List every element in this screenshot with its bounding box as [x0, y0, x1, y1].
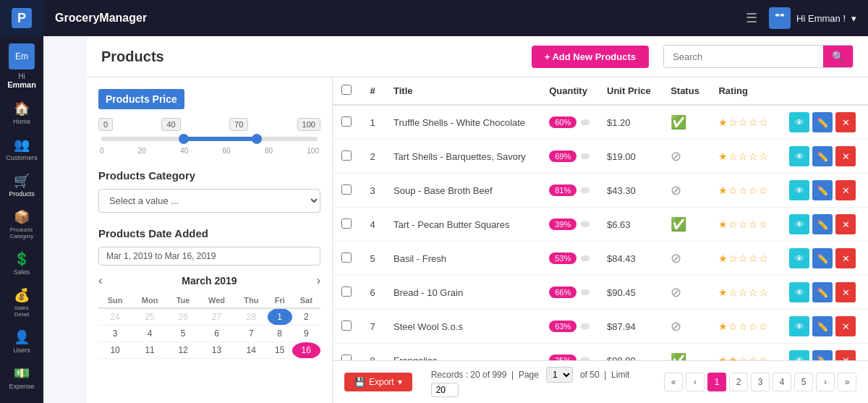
- edit-button[interactable]: ✏️: [812, 316, 833, 336]
- calendar-day[interactable]: 16: [292, 342, 320, 359]
- pagination-prev[interactable]: ‹: [686, 373, 705, 391]
- view-button[interactable]: 👁: [789, 146, 809, 166]
- calendar-day[interactable]: 9: [292, 326, 320, 342]
- calendar-day[interactable]: 4: [132, 326, 168, 342]
- sidebar-item-customers[interactable]: 👥 Customers: [0, 131, 43, 167]
- edit-button[interactable]: ✏️: [812, 180, 833, 200]
- calendar-day[interactable]: 28: [235, 308, 268, 326]
- row-checkbox[interactable]: [341, 219, 352, 229]
- search-input[interactable]: [664, 46, 823, 67]
- edit-button[interactable]: ✏️: [812, 282, 833, 302]
- row-actions: 👁 ✏️ ✕: [780, 242, 868, 276]
- row-checkbox[interactable]: [341, 355, 352, 361]
- delete-button[interactable]: ✕: [835, 282, 856, 302]
- calendar-day[interactable]: 8: [268, 326, 292, 342]
- delete-button[interactable]: ✕: [835, 214, 856, 234]
- category-select[interactable]: Select a value ...: [98, 189, 320, 213]
- row-checkbox[interactable]: [341, 321, 352, 331]
- sidebar-item-products[interactable]: 🛒 Products: [0, 167, 43, 203]
- sidebar-item-sales-detail[interactable]: 💰 SalesDetail: [0, 281, 43, 323]
- pagination-2[interactable]: 2: [729, 373, 748, 391]
- calendar-day[interactable]: 10: [98, 342, 132, 359]
- avatar: Em: [9, 43, 35, 69]
- edit-button[interactable]: ✏️: [812, 350, 833, 360]
- row-checkbox[interactable]: [341, 184, 352, 195]
- row-checkbox[interactable]: [341, 253, 352, 263]
- row-checkbox[interactable]: [341, 287, 352, 297]
- sales-icon: 💲: [14, 251, 30, 267]
- calendar-day[interactable]: 3: [98, 326, 132, 342]
- delete-button[interactable]: ✕: [835, 316, 856, 336]
- slider-ticks: 0 20 40 60 80 100: [98, 147, 320, 155]
- col-checkbox: [333, 77, 362, 105]
- view-button[interactable]: 👁: [789, 112, 809, 132]
- limit-input[interactable]: [431, 383, 459, 397]
- row-checkbox[interactable]: [341, 116, 352, 127]
- calendar-day[interactable]: 24: [98, 308, 132, 326]
- category-title: Products Category: [98, 169, 320, 182]
- edit-button[interactable]: ✏️: [812, 112, 833, 132]
- table-row: 1Truffle Shells - White Chocolate60%$1.2…: [333, 105, 868, 140]
- calendar-day[interactable]: 15: [268, 342, 292, 359]
- sidebar-item-home[interactable]: 🏠 Home: [0, 95, 43, 131]
- sidebar-item-users[interactable]: 👤 Users: [0, 323, 43, 360]
- col-rating: Rating: [710, 77, 780, 105]
- view-button[interactable]: 👁: [789, 350, 809, 360]
- page-select[interactable]: 1: [546, 367, 573, 383]
- sidebar-item-expense[interactable]: 💵 Expense: [0, 360, 43, 396]
- sidebar-item-sales[interactable]: 💲 Sales: [0, 245, 43, 281]
- main-content: GroceryManager ☰ Hi Emman ! ▾ Products +…: [87, 36, 868, 403]
- view-button[interactable]: 👁: [789, 248, 809, 268]
- delete-button[interactable]: ✕: [835, 146, 856, 166]
- pagination-3[interactable]: 3: [751, 373, 770, 391]
- qty-bar-bg: [581, 221, 590, 227]
- col-unit-price: Unit Price: [598, 77, 662, 105]
- calendar-day[interactable]: 13: [198, 342, 234, 359]
- select-all-checkbox[interactable]: [341, 85, 352, 95]
- qty-pill: 60%: [549, 116, 576, 128]
- calendar-day[interactable]: 7: [235, 326, 268, 342]
- home-icon: 🏠: [14, 101, 30, 116]
- pagination-5[interactable]: 5: [794, 373, 813, 391]
- row-actions: 👁 ✏️ ✕: [780, 276, 868, 310]
- edit-button[interactable]: ✏️: [812, 146, 833, 166]
- edit-button[interactable]: ✏️: [812, 214, 833, 234]
- delete-button[interactable]: ✕: [835, 350, 856, 360]
- pagination-first[interactable]: «: [664, 373, 683, 391]
- slider-thumb-right[interactable]: [252, 134, 262, 144]
- pagination-4[interactable]: 4: [773, 373, 791, 391]
- delete-button[interactable]: ✕: [835, 112, 856, 132]
- calendar-day[interactable]: 5: [168, 326, 198, 342]
- calendar-day[interactable]: 27: [198, 308, 234, 326]
- calendar-day[interactable]: 2: [292, 308, 320, 326]
- calendar-day[interactable]: 25: [132, 308, 168, 326]
- sidebar-item-expense-label: Expense: [9, 383, 34, 390]
- sidebar-item-home-label: Home: [13, 118, 30, 125]
- search-button[interactable]: 🔍: [823, 46, 853, 67]
- export-button[interactable]: 💾 Export ▾: [344, 373, 412, 391]
- status-ok-icon: ✅: [671, 115, 686, 130]
- edit-button[interactable]: ✏️: [812, 248, 833, 268]
- calendar-day[interactable]: 14: [235, 342, 268, 359]
- calendar-next-button[interactable]: ›: [317, 274, 320, 287]
- delete-button[interactable]: ✕: [835, 180, 856, 200]
- pagination-1[interactable]: 1: [707, 373, 726, 391]
- calendar-day[interactable]: 1: [268, 308, 292, 326]
- view-button[interactable]: 👁: [789, 180, 809, 200]
- delete-button[interactable]: ✕: [835, 248, 856, 268]
- pagination-next[interactable]: ›: [816, 373, 835, 391]
- calendar-day[interactable]: 26: [168, 308, 198, 326]
- sidebar-item-products-category[interactable]: 📦 ProductsCategory: [0, 203, 43, 245]
- row-checkbox[interactable]: [341, 150, 352, 161]
- view-button[interactable]: 👁: [789, 214, 809, 234]
- calendar-day[interactable]: 6: [198, 326, 234, 342]
- slider-thumb-left[interactable]: [179, 134, 189, 144]
- calendar-day[interactable]: 12: [168, 342, 198, 359]
- calendar-prev-button[interactable]: ‹: [98, 274, 102, 287]
- pagination-last[interactable]: »: [838, 373, 856, 391]
- view-button[interactable]: 👁: [789, 316, 809, 336]
- add-new-products-button[interactable]: + Add New Products: [532, 46, 649, 68]
- page-title: Products: [101, 48, 532, 65]
- calendar-day[interactable]: 11: [132, 342, 168, 359]
- view-button[interactable]: 👁: [789, 282, 809, 302]
